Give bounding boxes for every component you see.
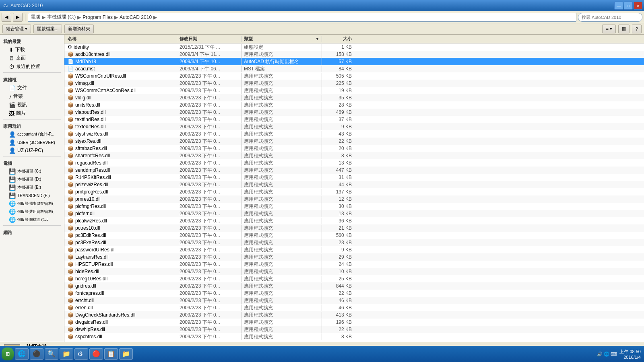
table-row[interactable]: 📦 erren.dll 2009/2/23 下午 0... 應用程式擴充 46 … xyxy=(64,304,644,311)
back-button[interactable]: ◀ xyxy=(2,13,11,22)
table-row[interactable]: 📦 fontcapres.dll 2009/2/23 下午 0... 應用程式擴… xyxy=(64,290,644,297)
table-row[interactable]: 📦 prnres10.dll 2009/2/23 下午 0... 應用程式擴充 … xyxy=(64,195,644,203)
table-row[interactable]: 📦 hcreg10Res.dll 2009/2/23 下午 0... 應用程式擴… xyxy=(64,275,644,282)
table-row[interactable]: 📦 hideRes.dll 2009/2/23 下午 0... 應用程式擴充 1… xyxy=(64,268,644,275)
view-button[interactable]: ≡ ▾ xyxy=(602,25,615,33)
table-row[interactable]: 📦 unitsRes.dll 2009/2/23 下午 0... 應用程式擴充 … xyxy=(64,101,644,109)
new-folder-button[interactable]: 新增資料夾 xyxy=(64,25,94,33)
file-date-cell: 2009/2/23 下午 0... xyxy=(177,152,242,159)
taskbar-app-chrome[interactable]: ⚫ xyxy=(30,348,43,360)
table-row[interactable]: 📦 texteditRes.dll 2009/2/23 下午 0... 應用程式… xyxy=(64,123,644,130)
col-header-type[interactable]: 類型 ▼ xyxy=(242,36,322,42)
file-name-text: passwordUIRes.dll xyxy=(75,247,116,253)
file-size-cell: 13 KB xyxy=(322,211,354,216)
table-row[interactable]: 📦 passwordUIRes.dll 2009/2/23 下午 0... 應用… xyxy=(64,246,644,253)
forward-button[interactable]: ▶ xyxy=(13,13,23,22)
close-button[interactable]: ✕ xyxy=(634,2,642,10)
taskbar-app-ie[interactable]: 🌐 xyxy=(15,348,29,360)
organize-button[interactable]: 組合管理 ▾ xyxy=(2,25,31,33)
table-row[interactable]: 📦 pc3ExeRes.dll 2009/2/23 下午 0... 應用程式擴充… xyxy=(64,239,644,246)
table-row[interactable]: 📦 LaytransRes.dll 2009/2/23 下午 0... 應用程式… xyxy=(64,253,644,261)
file-icon: 📦 xyxy=(68,160,74,166)
file-type-cell: 應用程式擴充 xyxy=(242,167,322,174)
table-row[interactable]: 📦 regacadRes.dll 2009/2/23 下午 0... 應用程式擴… xyxy=(64,159,644,167)
sidebar-item-music[interactable]: ♪ 音樂 xyxy=(0,92,64,101)
file-name-cell: 📦 WSCommCntrAcConRes.dll xyxy=(64,88,177,93)
breadcrumb-part3[interactable]: Program Files xyxy=(83,14,113,20)
table-row[interactable]: 📦 vlmsg.dll 2009/2/23 下午 0... 應用程式擴充 225… xyxy=(64,80,644,87)
table-row[interactable]: 📦 gridres.dll 2009/2/23 下午 0... 應用程式擴充 8… xyxy=(64,282,644,290)
help-button[interactable]: ? xyxy=(632,25,642,33)
table-row[interactable]: 📦 cspchtres.dll 2009/2/23 下午 0... 應用程式擴充… xyxy=(64,333,644,340)
sidebar-item-user[interactable]: 👤 USER (JC-SERVER) xyxy=(0,138,64,146)
col-header-date[interactable]: 修改日期 xyxy=(177,36,242,42)
sidebar-item-uz[interactable]: 👤 UZ (UZ-PC) xyxy=(0,146,64,154)
table-row[interactable]: 📦 WSCommCntrUIRes.dll 2009/2/23 下午 0... … xyxy=(64,72,644,80)
taskbar-app-explorer[interactable]: 📋 xyxy=(104,348,118,360)
minimize-button[interactable]: — xyxy=(614,2,623,10)
sidebar-item-drive-d[interactable]: 💾 本機磁碟 (D:) xyxy=(0,175,64,183)
open-folder-button[interactable]: 開啟檔案... xyxy=(33,25,62,33)
sidebar-item-video[interactable]: 🎬 視訊 xyxy=(0,101,64,109)
search-input[interactable] xyxy=(578,13,642,22)
table-row[interactable]: 📦 textfindRes.dll 2009/2/23 下午 0... 應用程式… xyxy=(64,116,644,123)
address-path[interactable]: 電腦 ▶ 本機磁碟 (C:) ▶ Program Files ▶ AutoCAD… xyxy=(28,13,576,22)
table-row[interactable]: 📦 WSCommCntrAcConRes.dll 2009/2/23 下午 0.… xyxy=(64,87,644,94)
sidebar-item-drive-c[interactable]: 💾 本機磁碟 (C:) xyxy=(0,167,64,175)
file-size-cell: 844 KB xyxy=(322,283,354,289)
sidebar-item-desktop[interactable]: 🖥 桌面 xyxy=(0,54,64,62)
sidebar-item-recent[interactable]: ⏱ 最近的位置 xyxy=(0,62,64,71)
table-row[interactable]: ⚙ identity 2015/12/31 下午 ... 組態設定 1 KB xyxy=(64,43,644,51)
table-row[interactable]: 📦 psizewizRes.dll 2009/2/23 下午 0... 應用程式… xyxy=(64,181,644,188)
table-row[interactable]: 📦 plcfmgrRes.dll 2009/2/23 下午 0... 應用程式擴… xyxy=(64,203,644,210)
title-bar-buttons: — □ ✕ xyxy=(614,2,642,10)
table-row[interactable]: 📦 vlaboutRes.dll 2009/2/23 下午 0... 應用程式擴… xyxy=(64,109,644,116)
sidebar-item-accountant[interactable]: 👤 accountant (會計-P... xyxy=(0,130,64,138)
table-row[interactable]: 📦 dwgaidsRes.dll 2009/2/23 下午 0... 應用程式擴… xyxy=(64,319,644,326)
table-row[interactable]: 📦 dswhipRes.dll 2009/2/23 下午 0... 應用程式擴充… xyxy=(64,326,644,333)
breadcrumb-part1[interactable]: 電腦 xyxy=(31,14,40,21)
table-row[interactable]: 📦 sharemfcRes.dll 2009/2/23 下午 0... 應用程式… xyxy=(64,152,644,159)
taskbar-app-autocad[interactable]: 📁 xyxy=(119,348,133,360)
table-row[interactable]: 📦 HPSETUPRes.dll 2009/2/23 下午 0... 應用程式擴… xyxy=(64,261,644,268)
table-row[interactable]: 📦 styexRes.dll 2009/2/23 下午 0... 應用程式擴充 … xyxy=(64,138,644,145)
taskbar-app-search[interactable]: 🔍 xyxy=(45,348,58,360)
sidebar-item-server3[interactable]: 🌐 伺服器-圖檔區 (\\Lc xyxy=(0,216,64,224)
table-row[interactable]: 📦 styshwizRes.dll 2009/2/23 下午 0... 應用程式… xyxy=(64,130,644,138)
taskbar-app-red[interactable]: 🔴 xyxy=(89,348,103,360)
table-row[interactable]: 📦 acdb18chtres.dll 2009/3/4 下午 11... 應用程… xyxy=(64,51,644,58)
table-row[interactable]: 📄 acad.mst 2009/3/4 下午 06... MST 檔案 84 K… xyxy=(64,65,644,72)
sidebar-item-documents[interactable]: 📄 文件 xyxy=(0,84,64,92)
table-row[interactable]: 📦 pctres10.dll 2009/2/23 下午 0... 應用程式擴充 … xyxy=(64,224,644,232)
table-row[interactable]: 📄 MdiTab18 2009/3/4 下午 10... AutoCAD 執行時… xyxy=(64,58,644,65)
sidebar-item-server1[interactable]: 🌐 伺服器-檔案儲存/資料( xyxy=(0,200,64,208)
table-row[interactable]: 📦 pc3EditRes.dll 2009/2/23 下午 0... 應用程式擴… xyxy=(64,232,644,239)
sidebar-item-pictures[interactable]: 🖼 圖片 xyxy=(0,109,64,117)
table-row[interactable]: 📦 plcalwizRes.dll 2009/2/23 下午 0... 應用程式… xyxy=(64,217,644,224)
start-button[interactable]: ⊞ xyxy=(2,348,14,360)
sidebar-item-drive-e[interactable]: 💾 本機磁碟 (E:) xyxy=(0,183,64,191)
breadcrumb-part4[interactable]: AutoCAD 2010 xyxy=(120,14,152,20)
table-row[interactable]: 📦 plcferr.dll 2009/2/23 下午 0... 應用程式擴充 1… xyxy=(64,210,644,217)
sidebar-item-downloads[interactable]: ⬇ 下載 xyxy=(0,45,64,54)
table-row[interactable]: 📦 R14PSKitRes.dll 2009/2/23 下午 0... 應用程式… xyxy=(64,174,644,181)
maximize-button[interactable]: □ xyxy=(624,2,633,10)
table-row[interactable]: 📦 senddmpRes.dll 2009/2/23 下午 0... 應用程式擴… xyxy=(64,167,644,174)
sidebar-item-transcend[interactable]: 💾 TRANSCEND (F:) xyxy=(0,191,64,200)
table-row[interactable]: 📦 errcht.dll 2009/2/23 下午 0... 應用程式擴充 46… xyxy=(64,297,644,304)
col-header-name[interactable]: 名稱 xyxy=(64,36,177,42)
file-date-cell: 2009/3/4 下午 10... xyxy=(177,58,242,65)
taskbar-app-settings[interactable]: ⚙ xyxy=(74,348,88,360)
file-icon: 📦 xyxy=(68,319,74,325)
preview-button[interactable]: ▦ xyxy=(618,25,630,33)
col-header-size[interactable]: 大小 xyxy=(322,36,354,42)
taskbar-app-folder[interactable]: 📁 xyxy=(60,348,73,360)
table-row[interactable]: 📦 prntprogRes.dll 2009/2/23 下午 0... 應用程式… xyxy=(64,188,644,195)
breadcrumb-part2[interactable]: 本機磁碟 (C:) xyxy=(47,14,76,21)
table-row[interactable]: 📦 sfttabacRes.dll 2009/2/23 下午 0... 應用程式… xyxy=(64,145,644,152)
file-type-cell: 應用程式擴充 xyxy=(242,189,322,195)
table-row[interactable]: 📦 DwgCheckStandardsRes.dll 2009/2/23 下午 … xyxy=(64,311,644,319)
sidebar-item-server2[interactable]: 🌐 伺服器-共用資料/資料( xyxy=(0,208,64,216)
table-row[interactable]: 📦 vldlg.dll 2009/2/23 下午 0... 應用程式擴充 35 … xyxy=(64,94,644,101)
file-type-cell: 應用程式擴充 xyxy=(242,109,322,116)
